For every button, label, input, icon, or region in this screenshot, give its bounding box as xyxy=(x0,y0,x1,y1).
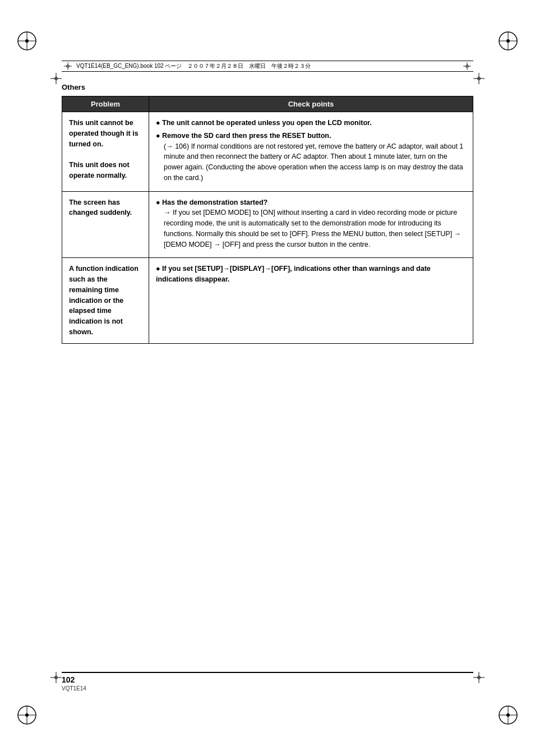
svg-point-3 xyxy=(25,39,29,43)
svg-point-11 xyxy=(25,713,29,717)
page: VQT1E14(EB_GC_ENG).book 102 ページ ２００７年２月２… xyxy=(0,0,535,756)
main-content: Others Problem Check points This unit ca… xyxy=(62,83,473,666)
header-cross-icon-right xyxy=(463,62,471,70)
col-header-check: Check points xyxy=(149,96,473,112)
cross-mark-tr xyxy=(473,73,485,84)
section-title: Others xyxy=(62,83,473,91)
cross-mark-br xyxy=(473,672,485,683)
reg-mark-br xyxy=(498,705,518,725)
reg-mark-tr xyxy=(498,31,518,51)
check-cell-3: If you set [SETUP]→[DISPLAY]→[OFF], indi… xyxy=(149,258,473,343)
table-row: A function indication such as the remain… xyxy=(62,258,473,343)
cross-mark-bl xyxy=(50,672,62,683)
check-item-1b: Remove the SD card then press the RESET … xyxy=(156,131,466,183)
header-bar: VQT1E14(EB_GC_ENG).book 102 ページ ２００７年２月２… xyxy=(62,61,473,72)
check-item-2a: Has the demonstration started? → If you … xyxy=(156,197,466,250)
problem-cell-1: This unit cannot be operated though it i… xyxy=(62,112,149,192)
cross-mark-tl xyxy=(50,73,62,84)
svg-point-15 xyxy=(506,713,510,717)
footer-subtitle: VQT1E14 xyxy=(62,685,86,692)
reg-mark-tl xyxy=(17,31,37,51)
reg-mark-bl xyxy=(17,705,37,725)
table-row: This unit cannot be operated though it i… xyxy=(62,112,473,192)
problem-cell-2: The screen has changed suddenly. xyxy=(62,191,149,258)
check-cell-1: The unit cannot be operated unless you o… xyxy=(149,112,473,192)
header-file-info: VQT1E14(EB_GC_ENG).book 102 ページ ２００７年２月２… xyxy=(76,62,311,70)
check-cell-2: Has the demonstration started? → If you … xyxy=(149,191,473,258)
problem-cell-3: A function indication such as the remain… xyxy=(62,258,149,343)
troubleshoot-table: Problem Check points This unit cannot be… xyxy=(62,96,473,344)
header-cross-icon xyxy=(64,62,72,70)
col-header-problem: Problem xyxy=(62,96,149,112)
table-row: The screen has changed suddenly. Has the… xyxy=(62,191,473,258)
check-item-3a: If you set [SETUP]→[DISPLAY]→[OFF], indi… xyxy=(156,264,466,285)
footer: 102 VQT1E14 xyxy=(62,672,473,692)
page-number: 102 xyxy=(62,675,86,684)
check-item-1a: The unit cannot be operated unless you o… xyxy=(156,118,466,128)
svg-point-7 xyxy=(506,39,510,43)
